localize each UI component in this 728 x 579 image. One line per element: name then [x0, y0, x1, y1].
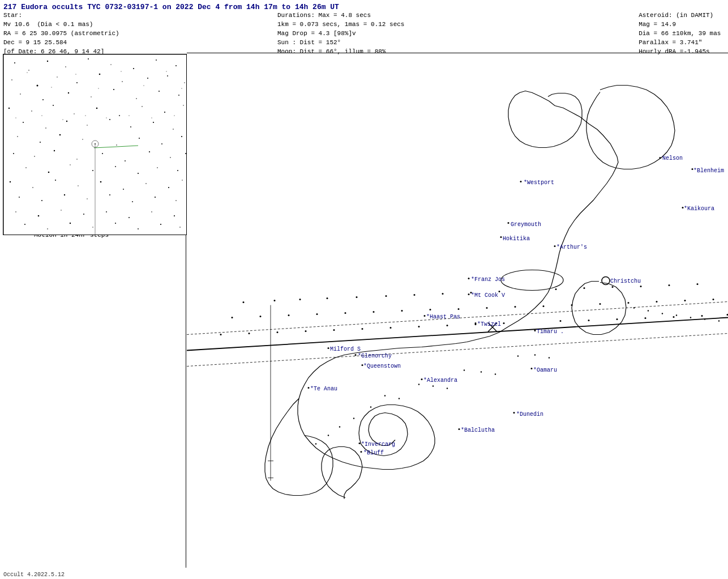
svg-point-96	[24, 224, 25, 225]
svg-point-43	[173, 129, 174, 130]
svg-point-74	[78, 185, 78, 186]
city-timaru: Timaru .	[537, 329, 564, 335]
svg-point-114	[62, 119, 63, 120]
svg-point-81	[41, 200, 42, 201]
svg-point-177	[503, 322, 505, 324]
asteroid-label: Asteroid: (in DAMIT)	[639, 11, 725, 20]
svg-point-164	[656, 301, 658, 303]
footer-text: Occult 4.2022.5.12	[3, 572, 65, 578]
city-greymouth: Greymouth	[511, 222, 541, 228]
svg-point-214	[554, 245, 556, 247]
svg-point-168	[249, 333, 250, 334]
mag-drop: Mag Drop = 4.3 [98%]v	[277, 29, 404, 39]
svg-point-99	[92, 227, 93, 227]
svg-point-84	[109, 194, 110, 195]
city-franz: *Franz Jos	[471, 276, 505, 283]
svg-point-191	[418, 384, 419, 385]
svg-point-93	[129, 217, 130, 218]
svg-point-53	[181, 136, 182, 137]
svg-point-179	[588, 320, 590, 321]
svg-point-153	[345, 312, 346, 314]
svg-point-107	[98, 88, 99, 88]
svg-point-28	[31, 110, 32, 112]
svg-point-205	[690, 317, 691, 318]
svg-point-146	[640, 286, 642, 287]
svg-point-35	[183, 105, 183, 105]
svg-point-58	[102, 153, 103, 154]
asteroid-mag: Mag = 14.9	[639, 20, 725, 29]
star-chart-svg	[3, 54, 187, 235]
svg-point-149	[232, 317, 233, 318]
svg-point-18	[184, 82, 185, 83]
svg-point-15	[122, 81, 123, 82]
svg-point-5	[88, 58, 89, 59]
page-container: 217 Eudora occults TYC 0732-03197-1 on 2…	[0, 0, 728, 579]
svg-point-41	[130, 126, 131, 127]
city-haast: *Haast Pas	[426, 314, 460, 320]
city-balclutha: *Balclutha	[461, 427, 495, 433]
svg-point-228	[359, 442, 361, 444]
svg-point-150	[260, 316, 262, 317]
svg-point-167	[220, 334, 222, 335]
header: 217 Eudora occults TYC 0732-03197-1 on 2…	[0, 0, 728, 54]
svg-point-210	[682, 207, 684, 208]
svg-point-170	[305, 330, 307, 332]
dur-max: Durations: Max = 4.8 secs	[277, 11, 404, 20]
svg-point-203	[662, 313, 663, 314]
svg-point-90	[61, 210, 61, 210]
svg-point-100	[115, 223, 116, 224]
svg-point-152	[316, 313, 318, 315]
header-divider	[187, 53, 728, 53]
svg-point-69	[157, 167, 158, 168]
svg-point-32	[119, 115, 120, 116]
svg-point-47	[40, 142, 41, 143]
svg-point-62	[185, 153, 186, 154]
svg-point-138	[386, 295, 387, 297]
svg-point-13	[76, 82, 78, 83]
svg-point-162	[599, 303, 601, 305]
city-blenheim: *Blenheim	[693, 168, 724, 174]
svg-point-117	[129, 115, 129, 116]
svg-point-65	[70, 164, 70, 165]
svg-point-208	[660, 157, 661, 159]
svg-point-40	[109, 119, 110, 120]
svg-point-158	[486, 307, 488, 309]
svg-point-27	[8, 108, 10, 109]
svg-point-115	[85, 115, 85, 116]
city-kaikoura: *Kaikoura	[684, 206, 714, 212]
svg-point-46	[17, 136, 18, 137]
svg-point-143	[555, 288, 557, 290]
svg-point-21	[68, 92, 69, 93]
svg-point-151	[288, 314, 290, 316]
city-westport: *Westport	[524, 180, 554, 186]
svg-point-29	[53, 105, 54, 106]
svg-point-161	[571, 304, 573, 306]
svg-point-221	[355, 354, 357, 356]
city-teanau: *Te Anau	[310, 386, 337, 392]
svg-point-86	[155, 197, 156, 198]
svg-point-144	[584, 287, 585, 289]
svg-point-85	[132, 201, 133, 202]
city-glenorchy: *Glenorchy	[358, 353, 392, 359]
svg-point-24	[136, 98, 137, 99]
svg-point-209	[692, 168, 693, 170]
svg-point-201	[633, 307, 635, 308]
svg-point-92	[106, 211, 107, 212]
city-milford: Milford S	[330, 346, 361, 352]
svg-point-215	[468, 278, 470, 279]
svg-point-16	[147, 78, 148, 79]
svg-point-3	[47, 61, 48, 62]
svg-point-213	[500, 236, 502, 238]
svg-point-192	[432, 385, 434, 386]
svg-point-198	[339, 426, 340, 427]
svg-point-229	[361, 451, 362, 453]
svg-point-186	[534, 354, 536, 355]
svg-point-42	[153, 122, 154, 123]
svg-point-78	[168, 187, 169, 188]
svg-point-37	[45, 127, 46, 129]
svg-point-56	[54, 150, 55, 151]
svg-point-140	[442, 293, 444, 295]
svg-point-178	[560, 320, 562, 322]
svg-point-4	[65, 66, 66, 67]
svg-point-216	[468, 293, 470, 295]
